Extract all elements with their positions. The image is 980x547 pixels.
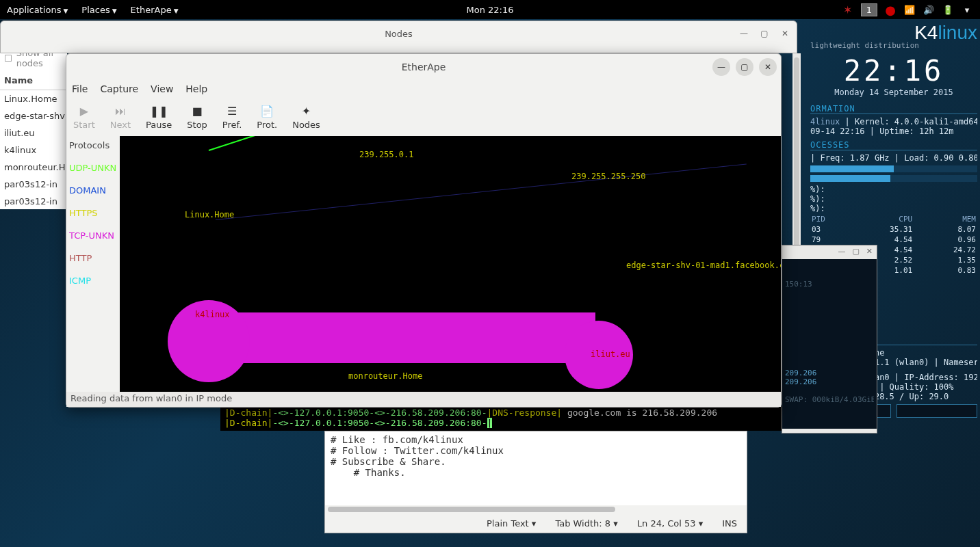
clock[interactable]: Mon 22:16 bbox=[466, 5, 513, 15]
node-label: edge-star-shv-01-mad1.facebook.c bbox=[626, 261, 781, 270]
kali-icon: ✶ bbox=[842, 3, 854, 16]
menu-places[interactable]: Places▼ bbox=[75, 5, 123, 15]
menu-applications[interactable]: Applications▼ bbox=[0, 5, 75, 15]
start-button[interactable]: ▶Start bbox=[73, 105, 95, 130]
node-label: monrouteur.Home bbox=[348, 371, 422, 381]
desktop-top-bar: Applications▼ Places▼ EtherApe▼ Mon 22:1… bbox=[0, 0, 980, 19]
node-label: k4linux bbox=[195, 310, 230, 319]
protocols-title: Protocols bbox=[69, 140, 117, 150]
minimize-button[interactable]: — bbox=[736, 26, 751, 41]
node-label: Linux.Home bbox=[185, 210, 234, 219]
menu-file[interactable]: File bbox=[72, 83, 88, 94]
protocol-item[interactable]: TCP-UNKN bbox=[69, 230, 117, 241]
uptime-line: 09-14 22:16 | Uptime: 12h 12m bbox=[810, 126, 977, 136]
list-item[interactable]: k4linux bbox=[0, 142, 67, 159]
toolbar: ▶Start ⏭Next ❚❚Pause ■Stop ☰Pref. 📄Prot.… bbox=[66, 98, 781, 136]
list-item[interactable]: par03s12-in bbox=[0, 176, 67, 193]
list-item[interactable]: Linux.Home bbox=[0, 90, 67, 107]
volume-icon[interactable]: 🔊 bbox=[923, 5, 935, 15]
editor-mode[interactable]: Plain Text ▾ bbox=[487, 518, 536, 529]
node-label: iliut.eu bbox=[591, 349, 630, 359]
nodes-title: Nodes bbox=[385, 29, 413, 39]
editor-tabwidth[interactable]: Tab Width: 8 ▾ bbox=[555, 518, 617, 529]
network-graph[interactable]: 239.255.0.1 239.255.255.250 Linux.Home e… bbox=[120, 136, 781, 392]
pause-icon: ❚❚ bbox=[150, 105, 168, 118]
table-row: 0335.318.07 bbox=[812, 225, 976, 234]
minimize-button[interactable]: — bbox=[712, 58, 730, 76]
link-line bbox=[209, 136, 391, 151]
stop-button[interactable]: ■Stop bbox=[187, 105, 207, 130]
minimize-button[interactable]: — bbox=[838, 247, 845, 258]
menu-view[interactable]: View bbox=[151, 83, 173, 94]
next-button[interactable]: ⏭Next bbox=[110, 105, 131, 130]
node-label: 239.255.0.1 bbox=[359, 150, 413, 159]
close-button[interactable]: ✕ bbox=[866, 247, 873, 258]
editor-insert-mode[interactable]: INS bbox=[722, 518, 737, 529]
editor-position[interactable]: Ln 24, Col 53 ▾ bbox=[637, 518, 703, 529]
list-item[interactable]: par03s12-in bbox=[0, 193, 67, 210]
next-icon: ⏭ bbox=[115, 105, 126, 118]
traffic-link bbox=[168, 300, 633, 375]
terminal-output: |D-chain|-<>-127.0.0.1:9050-<>-216.58.20… bbox=[220, 406, 788, 431]
protocol-item[interactable]: DOMAIN bbox=[69, 185, 117, 196]
editor-content[interactable]: # Like : fb.com/k4linux # Follow : Twitt… bbox=[325, 431, 747, 505]
nodes-window: Nodes — ▢ ✕ bbox=[0, 21, 797, 53]
conky-time: 22:16 bbox=[810, 54, 977, 88]
cpu-bar bbox=[810, 165, 977, 172]
pref-button[interactable]: ☰Pref. bbox=[222, 105, 242, 130]
section-processes: OCESSES bbox=[810, 140, 977, 150]
text-editor: # Like : fb.com/k4linux # Follow : Twitt… bbox=[324, 431, 747, 533]
record-icon[interactable]: ● bbox=[884, 3, 897, 17]
pref-icon: ☰ bbox=[227, 105, 237, 118]
list-item[interactable]: edge-star-shv bbox=[0, 107, 67, 124]
protocol-item[interactable]: ICMP bbox=[69, 276, 117, 286]
list-item[interactable]: iliut.eu bbox=[0, 124, 67, 142]
workspace-indicator[interactable]: 1 bbox=[861, 3, 877, 16]
nodes-button[interactable]: ✦Nodes bbox=[292, 105, 320, 130]
mini-terminal-body[interactable]: 150:13 209.206 209.206 SWAP: 000kiB/4.03… bbox=[782, 259, 877, 429]
list-item[interactable]: monrouteur.H bbox=[0, 159, 67, 176]
prot-button[interactable]: 📄Prot. bbox=[257, 105, 277, 130]
node-label: 239.255.255.250 bbox=[571, 172, 645, 181]
link-line bbox=[216, 163, 747, 220]
stop-icon: ■ bbox=[192, 105, 203, 118]
etherape-window: EtherApe — ▢ ✕ File Capture View Help ▶S… bbox=[66, 53, 782, 408]
section-information: ORMATION bbox=[810, 104, 977, 114]
etherape-title: EtherApe bbox=[402, 62, 446, 72]
horizontal-scrollbar[interactable] bbox=[325, 505, 747, 513]
close-button[interactable]: ✕ bbox=[759, 58, 777, 76]
cpu-bar bbox=[810, 175, 977, 182]
battery-icon[interactable]: 🔋 bbox=[942, 5, 954, 15]
maximize-button[interactable]: ▢ bbox=[757, 26, 772, 41]
protocol-item[interactable]: HTTPS bbox=[69, 208, 117, 218]
net-graph-up bbox=[897, 404, 977, 418]
kernel-line: 4linux | Kernel: 4.0.0-kali1-amd64 bbox=[810, 117, 977, 126]
protocols-panel: Protocols UDP-UNKN DOMAIN HTTPS TCP-UNKN… bbox=[66, 136, 120, 392]
nodes-icon: ✦ bbox=[302, 105, 311, 118]
power-menu-icon[interactable]: ▾ bbox=[961, 5, 973, 15]
menu-etherape[interactable]: EtherApe▼ bbox=[124, 5, 185, 15]
table-row: 794.540.96 bbox=[812, 235, 976, 244]
nodes-name-header[interactable]: Name bbox=[0, 71, 67, 90]
statusbar: Reading data from wlan0 in IP mode bbox=[66, 392, 781, 407]
mini-terminal: — ▢ ✕ 150:13 209.206 209.206 SWAP: 000ki… bbox=[782, 245, 877, 433]
pause-button[interactable]: ❚❚Pause bbox=[146, 105, 172, 130]
menubar: File Capture View Help bbox=[66, 80, 781, 98]
close-button[interactable]: ✕ bbox=[777, 26, 792, 41]
nodes-list: ☐Show all nodes Name Linux.Home edge-sta… bbox=[0, 45, 67, 209]
play-icon: ▶ bbox=[80, 105, 88, 118]
protocol-item[interactable]: UDP-UNKN bbox=[69, 163, 117, 173]
menu-help[interactable]: Help bbox=[185, 83, 207, 94]
menu-capture[interactable]: Capture bbox=[100, 83, 138, 94]
conky-date: Monday 14 September 2015 bbox=[810, 88, 977, 97]
cpu-line: | Freq: 1.87 GHz | Load: 0.90 0.80 0.71 bbox=[810, 153, 977, 163]
maximize-button[interactable]: ▢ bbox=[736, 58, 753, 76]
wifi-icon[interactable]: 📶 bbox=[903, 5, 916, 15]
prot-icon: 📄 bbox=[260, 105, 274, 118]
protocol-item[interactable]: HTTP bbox=[69, 253, 117, 263]
maximize-button[interactable]: ▢ bbox=[852, 247, 859, 258]
